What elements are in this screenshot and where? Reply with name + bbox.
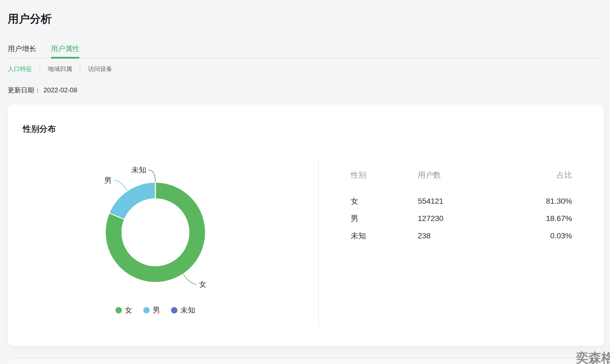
cell-count: 127230 bbox=[418, 214, 546, 223]
tab-user-growth[interactable]: 用户增长 bbox=[8, 44, 36, 53]
cell-count: 238 bbox=[418, 231, 550, 241]
table-row: 女 554121 81.30% bbox=[351, 197, 572, 206]
cell-gender: 男 bbox=[351, 214, 418, 223]
watermark: 奕森格 bbox=[576, 351, 610, 364]
table-row: 未知 238 0.03% bbox=[351, 231, 572, 241]
subtab-region[interactable]: 地域归属 bbox=[48, 65, 72, 73]
cell-pct: 18.67% bbox=[546, 214, 572, 223]
chart-legend: 女 男 未知 bbox=[8, 306, 303, 314]
legend-item-unknown[interactable]: 未知 bbox=[171, 306, 195, 314]
cell-gender: 女 bbox=[351, 197, 418, 206]
donut-slice-男[interactable] bbox=[109, 182, 155, 219]
subtab-divider bbox=[80, 66, 80, 72]
active-tab-underline bbox=[51, 57, 79, 59]
col-header-users: 用户数 bbox=[418, 170, 557, 180]
legend-dot-unknown bbox=[171, 307, 177, 313]
tabbar-divider bbox=[8, 58, 604, 58]
label-line bbox=[149, 170, 155, 182]
subtab-demographics[interactable]: 人口特征 bbox=[8, 65, 32, 73]
user-analysis-page: { "page": { "watermark": "奕森格" }, "color… bbox=[0, 0, 610, 364]
subtab-divider bbox=[40, 66, 40, 72]
subtab-bar: 人口特征 地域归属 访问设备 bbox=[8, 65, 112, 73]
legend-label: 未知 bbox=[180, 306, 195, 314]
table-row: 男 127230 18.67% bbox=[351, 214, 572, 223]
cell-gender: 未知 bbox=[351, 231, 418, 241]
legend-label: 男 bbox=[153, 306, 160, 314]
legend-item-female[interactable]: 女 bbox=[116, 306, 132, 314]
cell-pct: 0.03% bbox=[550, 231, 572, 241]
slice-label: 女 bbox=[199, 280, 207, 288]
update-date-value: 2022-02-08 bbox=[43, 86, 77, 94]
update-date-row: 更新日期： 2022-02-08 bbox=[8, 86, 77, 95]
gender-donut-chart: 女男未知 女 男 未知 bbox=[8, 104, 318, 346]
donut-chart-svg[interactable]: 女男未知 bbox=[8, 104, 318, 313]
slice-label: 男 bbox=[104, 176, 112, 184]
col-header-pct: 占比 bbox=[557, 170, 572, 180]
tab-user-attributes[interactable]: 用户属性 bbox=[51, 44, 79, 53]
table-header-row: 性别 用户数 占比 bbox=[351, 170, 572, 180]
slice-label: 未知 bbox=[131, 166, 146, 174]
gender-distribution-card: 性别分布 女男未知 女 男 未知 性别 用户数 占比 女 5541 bbox=[8, 104, 604, 346]
cell-count: 554121 bbox=[418, 197, 546, 206]
col-header-gender: 性别 bbox=[351, 170, 418, 180]
label-line bbox=[114, 180, 128, 191]
gender-table: 性别 用户数 占比 女 554121 81.30% 男 127230 18.67… bbox=[318, 104, 604, 346]
legend-item-male[interactable]: 男 bbox=[143, 306, 160, 314]
legend-dot-female bbox=[116, 307, 122, 313]
cell-pct: 81.30% bbox=[546, 197, 572, 206]
subtab-device[interactable]: 访问设备 bbox=[88, 65, 112, 73]
label-line bbox=[183, 274, 197, 284]
legend-dot-male bbox=[143, 307, 150, 313]
page-title: 用户分析 bbox=[8, 12, 52, 25]
update-date-label: 更新日期： bbox=[8, 86, 41, 95]
next-section-card bbox=[8, 359, 604, 364]
legend-label: 女 bbox=[125, 306, 132, 314]
